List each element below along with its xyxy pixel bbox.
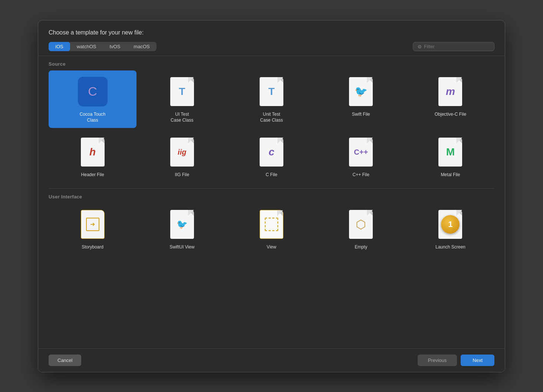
swift-label: Swift File bbox=[352, 111, 370, 118]
empty-icon-wrap: ⬡ bbox=[346, 208, 376, 241]
view-label: View bbox=[267, 244, 276, 250]
section-ui-label: User Interface bbox=[49, 189, 494, 203]
ui-test-icon: T bbox=[170, 77, 194, 106]
swift-icon-wrap: 🐦 bbox=[346, 75, 376, 108]
item-cocoa-touch[interactable]: C Cocoa TouchClass bbox=[49, 70, 136, 128]
dialog: Choose a template for your new file: iOS… bbox=[38, 20, 505, 372]
empty-cube: ⬡ bbox=[356, 217, 366, 231]
item-unit-test[interactable]: T Unit TestCase Class bbox=[227, 70, 315, 128]
item-objc-file[interactable]: m Objective-C File bbox=[407, 70, 494, 128]
swift-icon: 🐦 bbox=[349, 77, 373, 106]
item-storyboard[interactable]: ➜ Storyboard bbox=[49, 203, 136, 255]
source-items-grid: C Cocoa TouchClass T UI TestCase Class bbox=[49, 70, 494, 188]
unit-test-glyph: T bbox=[268, 86, 274, 98]
tab-ios[interactable]: iOS bbox=[49, 42, 70, 51]
cpp-label: C++ File bbox=[353, 172, 369, 178]
tabs-row: iOS watchOS tvOS macOS ⊜ bbox=[38, 42, 505, 56]
objc-icon-wrap: m bbox=[435, 75, 465, 108]
dialog-footer: Cancel Previous Next bbox=[38, 348, 505, 372]
swiftui-icon-wrap: 🐦 bbox=[167, 208, 197, 241]
view-icon bbox=[260, 210, 283, 239]
storyboard-icon-wrap: ➜ bbox=[78, 208, 108, 241]
cocoa-touch-label: Cocoa TouchClass bbox=[80, 111, 106, 124]
cpp-glyph: C++ bbox=[354, 148, 368, 157]
iig-label: IIG File bbox=[175, 172, 189, 178]
item-iig-file[interactable]: iig IIG File bbox=[138, 131, 226, 182]
swiftui-glyph: 🐦 bbox=[177, 219, 188, 230]
ui-test-label: UI TestCase Class bbox=[171, 111, 193, 124]
item-launch-screen[interactable]: 1 Launch Screen bbox=[407, 203, 494, 255]
content-area: Source C Cocoa TouchClass T UI TestCas bbox=[38, 56, 505, 348]
swiftui-label: SwiftUI View bbox=[170, 244, 194, 250]
item-cpp-file[interactable]: C++ C++ File bbox=[317, 131, 405, 182]
c-label: C File bbox=[266, 172, 277, 178]
metal-icon-wrap: M bbox=[435, 135, 465, 169]
item-metal-file[interactable]: M Metal File bbox=[407, 131, 494, 182]
metal-label: Metal File bbox=[441, 172, 460, 178]
cpp-icon-wrap: C++ bbox=[346, 135, 376, 169]
item-swift-file[interactable]: 🐦 Swift File bbox=[317, 70, 405, 128]
tab-tvos[interactable]: tvOS bbox=[103, 42, 127, 51]
launch-label: Launch Screen bbox=[435, 244, 465, 250]
storyboard-inner: ➜ bbox=[86, 218, 99, 231]
metal-glyph: M bbox=[446, 146, 455, 158]
tab-watchos[interactable]: watchOS bbox=[70, 42, 103, 51]
objc-icon: m bbox=[438, 77, 462, 106]
item-ui-test[interactable]: T UI TestCase Class bbox=[138, 70, 226, 128]
iig-icon-wrap: iig bbox=[167, 135, 197, 169]
storyboard-icon: ➜ bbox=[81, 210, 105, 239]
view-icon-wrap bbox=[257, 208, 286, 241]
unit-test-icon: T bbox=[260, 77, 283, 106]
cocoa-touch-bg: C bbox=[78, 77, 108, 106]
next-button[interactable]: Next bbox=[461, 355, 494, 366]
empty-label: Empty bbox=[355, 244, 367, 250]
header-label: Header File bbox=[81, 172, 104, 178]
header-icon-wrap: h bbox=[78, 135, 108, 169]
item-swiftui-view[interactable]: 🐦 SwiftUI View bbox=[138, 203, 226, 255]
c-glyph: c bbox=[269, 146, 274, 158]
swift-glyph: 🐦 bbox=[355, 85, 368, 98]
c-icon: c bbox=[260, 138, 283, 167]
objc-label: Objective-C File bbox=[435, 111, 466, 118]
item-header-file[interactable]: h Header File bbox=[49, 131, 136, 182]
cocoa-touch-glyph: C bbox=[88, 84, 97, 99]
cancel-button[interactable]: Cancel bbox=[49, 355, 81, 366]
unit-test-label: Unit TestCase Class bbox=[260, 111, 283, 124]
launch-icon: 1 bbox=[438, 210, 462, 239]
view-dashed bbox=[265, 218, 278, 231]
tab-macos[interactable]: macOS bbox=[127, 42, 156, 51]
iig-glyph: iig bbox=[178, 148, 186, 157]
objc-glyph: m bbox=[446, 86, 455, 98]
item-c-file[interactable]: c C File bbox=[227, 131, 315, 182]
cpp-icon: C++ bbox=[349, 138, 373, 167]
swiftui-icon: 🐦 bbox=[170, 210, 194, 239]
filter-icon: ⊜ bbox=[418, 44, 422, 49]
previous-button[interactable]: Previous bbox=[418, 355, 457, 366]
launch-badge: 1 bbox=[441, 215, 460, 234]
metal-icon: M bbox=[438, 138, 462, 167]
storyboard-label: Storyboard bbox=[82, 244, 103, 250]
header-icon: h bbox=[81, 138, 105, 167]
ui-items-grid: ➜ Storyboard 🐦 SwiftUI View bbox=[49, 203, 494, 261]
filter-input[interactable] bbox=[424, 44, 490, 49]
dialog-title: Choose a template for your new file: bbox=[38, 20, 505, 42]
item-empty[interactable]: ⬡ Empty bbox=[317, 203, 405, 255]
filter-box: ⊜ bbox=[413, 42, 494, 51]
cocoa-touch-icon-wrap: C bbox=[78, 75, 108, 108]
dialog-title-text: Choose a template for your new file: bbox=[49, 29, 144, 36]
item-view[interactable]: View bbox=[227, 203, 315, 255]
empty-icon: ⬡ bbox=[349, 210, 373, 239]
iig-icon: iig bbox=[170, 138, 194, 167]
ui-test-icon-wrap: T bbox=[167, 75, 197, 108]
storyboard-arrow: ➜ bbox=[90, 221, 95, 228]
platform-tab-group: iOS watchOS tvOS macOS bbox=[49, 42, 157, 51]
ui-test-glyph: T bbox=[179, 86, 185, 98]
unit-test-icon-wrap: T bbox=[257, 75, 286, 108]
section-source-label: Source bbox=[49, 56, 494, 70]
launch-icon-wrap: 1 bbox=[435, 208, 465, 241]
c-icon-wrap: c bbox=[257, 135, 286, 169]
header-glyph: h bbox=[89, 146, 96, 158]
